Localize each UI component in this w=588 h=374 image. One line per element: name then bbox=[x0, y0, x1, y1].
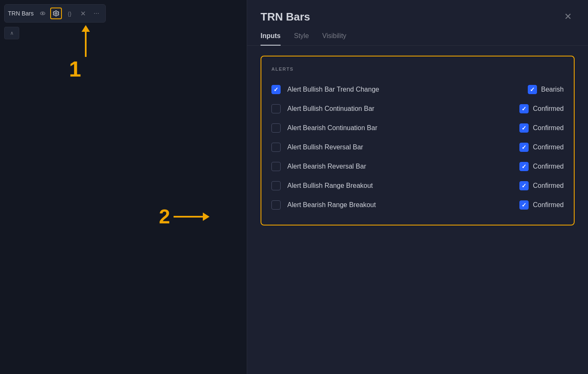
annotation-1 bbox=[82, 25, 90, 57]
confirmed-label-1: Confirmed bbox=[533, 105, 564, 113]
confirmed-label-4: Confirmed bbox=[533, 163, 564, 170]
alert-bearish-continuation-label: Alert Bearish Continuation Bar bbox=[287, 124, 513, 132]
annotation-2: 2 bbox=[159, 205, 210, 228]
confirmed-checkbox-2[interactable] bbox=[519, 123, 529, 133]
alert-row: Alert Bearish Reversal Bar Confirmed bbox=[271, 157, 564, 176]
confirmed-label-6: Confirmed bbox=[533, 201, 564, 209]
bearish-label: Bearish bbox=[541, 86, 564, 93]
alert-bullish-bar-trend-change-checkbox[interactable] bbox=[271, 85, 281, 94]
alert-row: Alert Bullish Reversal Bar Confirmed bbox=[271, 138, 564, 157]
alert-bullish-range-breakout-label: Alert Bullish Range Breakout bbox=[287, 182, 513, 190]
alert-row: Alert Bearish Continuation Bar Confirmed bbox=[271, 118, 564, 138]
alert-bearish-continuation-checkbox[interactable] bbox=[271, 123, 281, 133]
svg-point-1 bbox=[42, 13, 43, 14]
more-button[interactable]: ··· bbox=[90, 8, 102, 19]
settings-panel: TRN Bars ✕ Inputs Style Visibility ALERT… bbox=[247, 0, 588, 374]
confirmed-checkbox-3[interactable] bbox=[519, 143, 529, 152]
close-icon: ✕ bbox=[564, 11, 572, 22]
confirmed-check-group-2: Confirmed bbox=[519, 123, 564, 133]
confirmed-check-group-1: Confirmed bbox=[519, 104, 564, 113]
panel-content: ALERTS Alert Bullish Bar Trend Change Be… bbox=[247, 46, 588, 374]
panel-title: TRN Bars bbox=[261, 10, 310, 23]
alert-bullish-bar-trend-change-label: Alert Bullish Bar Trend Change bbox=[287, 86, 521, 93]
alert-bullish-range-breakout-checkbox[interactable] bbox=[271, 181, 281, 190]
remove-button[interactable]: ✕ bbox=[77, 8, 89, 19]
arrow-up-icon bbox=[82, 25, 90, 32]
annotation-label-1: 1 bbox=[69, 56, 81, 82]
confirmed-check-group-5: Confirmed bbox=[519, 181, 564, 190]
eye-button[interactable] bbox=[37, 8, 49, 19]
tab-visibility[interactable]: Visibility bbox=[322, 32, 347, 46]
confirmed-checkbox-6[interactable] bbox=[519, 200, 529, 210]
annotation-label-2: 2 bbox=[159, 205, 170, 228]
confirmed-label-3: Confirmed bbox=[533, 143, 564, 151]
indicator-title: TRN Bars bbox=[8, 10, 33, 17]
alert-bullish-reversal-checkbox[interactable] bbox=[271, 143, 281, 152]
alerts-section: ALERTS Alert Bullish Bar Trend Change Be… bbox=[261, 56, 575, 225]
bearish-check-group: Bearish bbox=[528, 85, 564, 94]
alert-row: Alert Bearish Range Breakout Confirmed bbox=[271, 195, 564, 215]
alerts-section-label: ALERTS bbox=[271, 67, 564, 72]
alert-row: Alert Bullish Continuation Bar Confirmed bbox=[271, 99, 564, 118]
settings-button[interactable] bbox=[50, 8, 62, 19]
confirmed-check-group-4: Confirmed bbox=[519, 162, 564, 171]
panel-close-button[interactable]: ✕ bbox=[561, 10, 575, 23]
alert-bearish-reversal-label: Alert Bearish Reversal Bar bbox=[287, 163, 513, 170]
tab-style[interactable]: Style bbox=[294, 32, 309, 46]
alert-row: Alert Bullish Range Breakout Confirmed bbox=[271, 176, 564, 195]
collapse-icon: ∧ bbox=[10, 30, 14, 36]
confirmed-label-2: Confirmed bbox=[533, 124, 564, 132]
alert-bearish-range-breakout-checkbox[interactable] bbox=[271, 200, 281, 210]
alert-bullish-reversal-label: Alert Bullish Reversal Bar bbox=[287, 143, 513, 151]
alert-bearish-range-breakout-label: Alert Bearish Range Breakout bbox=[287, 201, 513, 209]
alert-row: Alert Bullish Bar Trend Change Bearish bbox=[271, 80, 564, 99]
source-button[interactable]: {} bbox=[64, 8, 75, 19]
alert-bullish-continuation-label: Alert Bullish Continuation Bar bbox=[287, 105, 513, 113]
tab-inputs[interactable]: Inputs bbox=[261, 32, 281, 46]
panel-header: TRN Bars ✕ bbox=[247, 0, 588, 23]
alert-bullish-continuation-checkbox[interactable] bbox=[271, 104, 281, 113]
arrow-right-icon bbox=[174, 213, 210, 221]
confirmed-check-group-6: Confirmed bbox=[519, 200, 564, 210]
bearish-checkbox[interactable] bbox=[528, 85, 537, 94]
indicator-toolbar: TRN Bars {} ✕ ··· bbox=[4, 4, 106, 23]
confirmed-checkbox-4[interactable] bbox=[519, 162, 529, 171]
confirmed-checkbox-5[interactable] bbox=[519, 181, 529, 190]
arrow-shaft-1 bbox=[85, 32, 87, 57]
chart-area: TRN Bars {} ✕ ··· ∧ bbox=[0, 0, 247, 374]
confirmed-label-5: Confirmed bbox=[533, 182, 564, 190]
tab-bar: Inputs Style Visibility bbox=[247, 23, 588, 46]
collapse-button[interactable]: ∧ bbox=[4, 27, 19, 39]
alert-bearish-reversal-checkbox[interactable] bbox=[271, 162, 281, 171]
confirmed-check-group-3: Confirmed bbox=[519, 143, 564, 152]
confirmed-checkbox-1[interactable] bbox=[519, 104, 529, 113]
